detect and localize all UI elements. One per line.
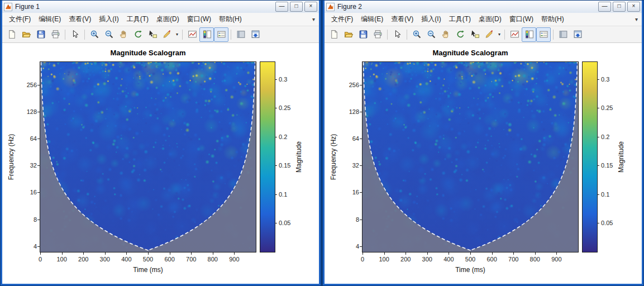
close-button[interactable]: ×	[304, 2, 317, 12]
tools-menu[interactable]: 工具(T)	[445, 13, 475, 25]
zoom-out-icon[interactable]	[424, 27, 438, 42]
open-file-icon[interactable]	[19, 27, 34, 42]
titlebar[interactable]: Figure 2 —□×	[325, 1, 642, 13]
new-figure-icon[interactable]	[4, 27, 19, 42]
print-figure-icon[interactable]	[370, 27, 385, 42]
desktop-menu[interactable]: 桌面(D)	[152, 13, 183, 25]
y-tick-mark	[37, 192, 40, 193]
view-menu[interactable]: 查看(V)	[65, 13, 95, 25]
colorbar-label: Magnitude	[295, 141, 303, 173]
link-plots-icon[interactable]	[507, 27, 522, 42]
help-menu[interactable]: 帮助(H)	[215, 13, 246, 25]
brush-icon[interactable]	[482, 27, 497, 42]
figure2-window: Figure 2 —□× 文件(F)编辑(E)查看(V)插入(I)工具(T)桌面…	[322, 0, 644, 286]
edit-plot-icon[interactable]	[390, 27, 404, 42]
brush-icon[interactable]	[160, 27, 174, 42]
rotate-3d-icon[interactable]	[131, 27, 145, 42]
file-menu[interactable]: 文件(F)	[327, 13, 357, 25]
data-cursor-icon[interactable]	[145, 27, 160, 42]
minimize-button[interactable]: —	[598, 2, 611, 12]
pan-icon[interactable]	[116, 27, 131, 42]
hide-plot-tools-icon[interactable]	[556, 27, 570, 42]
rotate-3d-icon[interactable]	[453, 27, 468, 42]
x-axis-label: Time (ms)	[133, 266, 163, 274]
maximize-button[interactable]: □	[613, 2, 626, 12]
x-tick-mark	[513, 252, 514, 255]
colorbar-tick-mark	[275, 79, 277, 80]
help-menu[interactable]: 帮助(H)	[537, 13, 568, 25]
y-tick-label: 128	[335, 108, 359, 115]
colorbar-tick-label: 0.05	[279, 220, 290, 226]
close-button[interactable]: ×	[627, 2, 640, 12]
y-tick-mark	[37, 139, 40, 139]
link-plots-icon[interactable]	[185, 27, 199, 42]
edit-menu[interactable]: 编辑(E)	[35, 13, 65, 25]
x-tick-label: 800	[530, 256, 540, 263]
insert-colorbar-icon[interactable]	[199, 27, 214, 42]
pan-icon[interactable]	[438, 27, 453, 42]
open-file-icon[interactable]	[341, 27, 356, 42]
zoom-in-icon[interactable]	[409, 27, 424, 42]
hide-plot-tools-icon[interactable]	[233, 27, 248, 42]
new-figure-icon[interactable]	[327, 27, 341, 42]
view-menu[interactable]: 查看(V)	[387, 13, 417, 25]
x-tick-label: 200	[78, 256, 88, 263]
colorbar-tick-mark	[597, 223, 599, 223]
tools-menu[interactable]: 工具(T)	[123, 13, 152, 25]
x-tick-mark	[427, 252, 428, 255]
y-tick-label: 64	[335, 135, 359, 142]
minimize-button[interactable]: —	[275, 2, 288, 12]
insert-menu[interactable]: 插入(I)	[95, 13, 122, 25]
colorbar-tick-mark	[597, 137, 599, 137]
insert-menu[interactable]: 插入(I)	[417, 13, 445, 25]
colorbar-tick-label: 0.3	[601, 76, 609, 83]
titlebar[interactable]: Figure 1 —□×	[2, 1, 319, 13]
edit-menu[interactable]: 编辑(E)	[357, 13, 387, 25]
insert-legend-icon[interactable]	[536, 27, 551, 42]
save-figure-icon[interactable]	[34, 27, 48, 42]
y-tick-label: 4	[335, 243, 359, 250]
y-tick-mark	[37, 165, 40, 166]
menu-overflow-icon[interactable]: ▾	[312, 16, 316, 22]
window-controls: —□×	[274, 2, 317, 12]
x-tick-label: 0	[361, 256, 364, 263]
insert-colorbar-icon[interactable]	[522, 27, 536, 42]
maximize-button[interactable]: □	[290, 2, 303, 12]
window-menu[interactable]: 窗口(W)	[505, 13, 537, 25]
colorbar-tick-label: 0.2	[279, 134, 287, 140]
x-tick-mark	[62, 252, 63, 255]
toolbar-separator	[407, 30, 407, 40]
window-menu[interactable]: 窗口(W)	[183, 13, 215, 25]
y-tick-label: 256	[335, 82, 359, 88]
edit-plot-icon[interactable]	[68, 27, 82, 42]
insert-legend-icon[interactable]	[214, 27, 228, 42]
x-tick-label: 800	[208, 256, 218, 263]
save-figure-icon[interactable]	[356, 27, 370, 42]
colorbar-tick-label: 0.15	[279, 162, 290, 169]
y-tick-label: 8	[12, 216, 37, 223]
desktop-menu[interactable]: 桌面(D)	[475, 13, 505, 25]
brush-dropdown-icon[interactable]: ▾	[174, 28, 180, 41]
y-tick-label: 64	[12, 135, 37, 142]
colorbar-tick-mark	[275, 165, 277, 166]
menu-overflow-icon[interactable]: ▾	[635, 16, 639, 22]
zoom-out-icon[interactable]	[102, 27, 116, 42]
print-figure-icon[interactable]	[48, 27, 63, 42]
y-tick-label: 256	[12, 82, 37, 88]
y-tick-mark	[37, 220, 40, 220]
y-tick-label: 16	[12, 189, 37, 196]
scalogram-canvas[interactable]	[362, 61, 579, 252]
brush-dropdown-icon[interactable]: ▾	[497, 28, 502, 41]
scalogram-canvas[interactable]	[40, 61, 256, 252]
y-axis-label: Frequency (Hz)	[330, 134, 337, 180]
dock-figure-icon[interactable]	[570, 27, 585, 42]
y-tick-mark	[360, 85, 362, 85]
zoom-in-icon[interactable]	[87, 27, 102, 42]
x-tick-label: 100	[56, 256, 66, 263]
data-cursor-icon[interactable]	[468, 27, 482, 42]
toolbar-separator	[553, 30, 554, 40]
dock-figure-icon[interactable]	[248, 27, 263, 42]
colorbar-tick-label: 0.15	[601, 162, 613, 169]
file-menu[interactable]: 文件(F)	[5, 13, 35, 25]
toolbar-separator	[84, 30, 85, 40]
